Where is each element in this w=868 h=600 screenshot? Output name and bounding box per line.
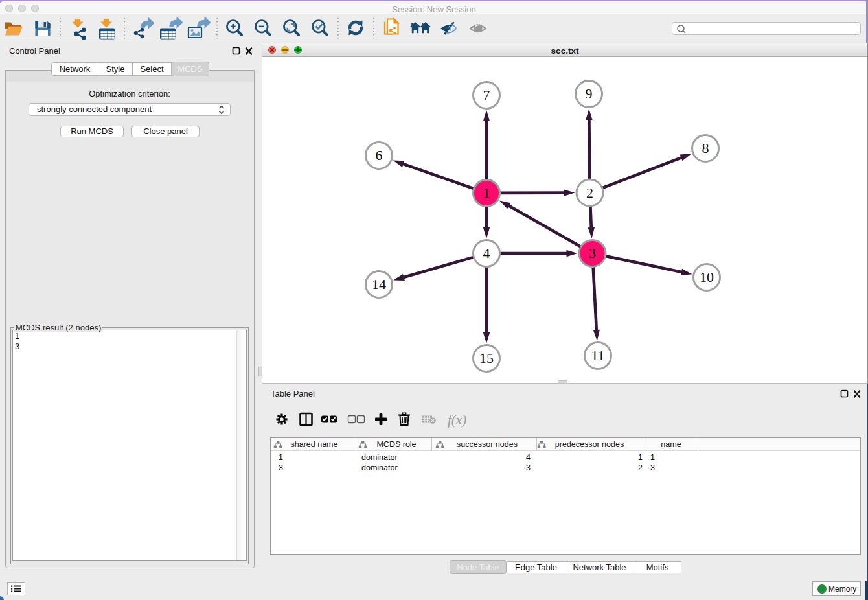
- svg-text:f(x): f(x): [448, 412, 466, 428]
- svg-text:1: 1: [638, 453, 643, 462]
- svg-text:3: 3: [526, 463, 531, 472]
- svg-text:15: 15: [479, 350, 494, 366]
- svg-text:shared name: shared name: [291, 440, 338, 449]
- svg-text:MCDS role: MCDS role: [376, 440, 416, 449]
- svg-text:3: 3: [650, 463, 655, 472]
- svg-text:predecessor nodes: predecessor nodes: [555, 440, 624, 449]
- svg-text:8: 8: [702, 140, 709, 156]
- svg-text:dominator: dominator: [361, 463, 398, 472]
- svg-text:3: 3: [279, 463, 283, 472]
- svg-text:10: 10: [700, 269, 714, 285]
- svg-text:1: 1: [650, 453, 655, 462]
- svg-text:4: 4: [483, 245, 490, 261]
- svg-text:successor nodes: successor nodes: [457, 440, 518, 449]
- svg-text:2: 2: [586, 185, 593, 201]
- svg-text:7: 7: [483, 87, 490, 103]
- svg-text:14: 14: [372, 276, 386, 292]
- svg-text:3: 3: [589, 245, 596, 261]
- svg-text:9: 9: [586, 86, 593, 102]
- svg-text:name: name: [661, 440, 681, 449]
- svg-text:6: 6: [376, 147, 383, 163]
- svg-text:2: 2: [638, 463, 643, 472]
- svg-text:1: 1: [483, 185, 490, 201]
- svg-text:4: 4: [526, 453, 531, 462]
- svg-text:1: 1: [279, 453, 283, 462]
- svg-text:dominator: dominator: [361, 453, 398, 462]
- svg-text:11: 11: [591, 347, 604, 363]
